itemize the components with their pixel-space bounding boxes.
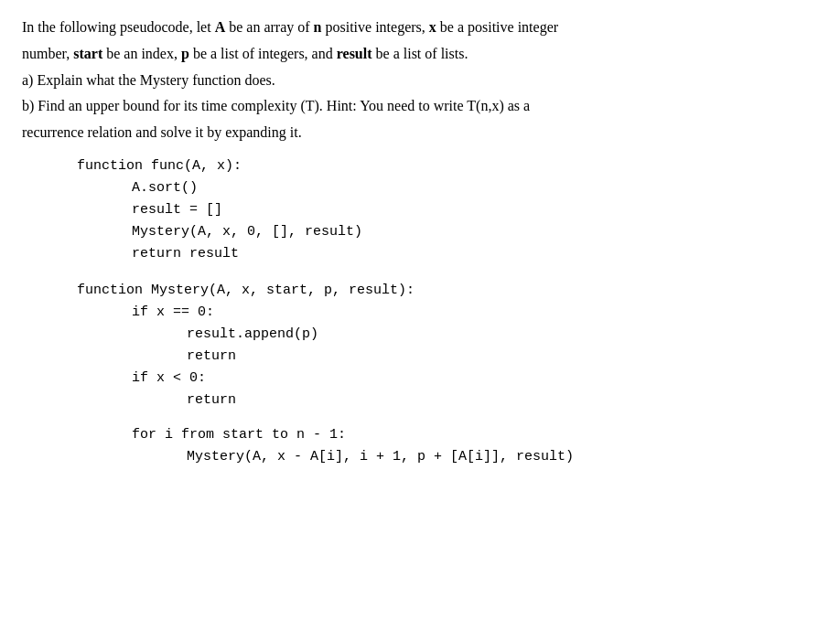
- func-return-line: return result: [22, 243, 818, 265]
- intro-line5: recurrence relation and solve it by expa…: [22, 122, 818, 144]
- mystery-if1-line: if x == 0:: [22, 302, 818, 324]
- page-content: In the following pseudocode, let A be an…: [22, 16, 818, 468]
- code-block: function func(A, x): A.sort() result = […: [22, 155, 818, 468]
- intro-line2: number, start be an index, p be a list o…: [22, 43, 818, 66]
- mystery-for-line: for i from start to n - 1:: [22, 424, 818, 446]
- mystery-if2-line: if x < 0:: [22, 368, 818, 390]
- mystery-if1-body2-line: return: [22, 346, 818, 368]
- intro-line3: a) Explain what the Mystery function doe…: [22, 69, 818, 92]
- func-mystery-call-line: Mystery(A, x, 0, [], result): [22, 221, 818, 243]
- mystery-section: function Mystery(A, x, start, p, result)…: [22, 280, 818, 468]
- mystery-for-body-line: Mystery(A, x - A[i], i + 1, p + [A[i]], …: [22, 446, 818, 468]
- intro-paragraph: In the following pseudocode, let A be an…: [22, 16, 818, 144]
- intro-line4: b) Find an upper bound for its time comp…: [22, 95, 818, 118]
- func-section: function func(A, x): A.sort() result = […: [22, 155, 818, 265]
- intro-line1: In the following pseudocode, let A be an…: [22, 16, 818, 39]
- mystery-if2-body-line: return: [22, 390, 818, 411]
- func-sort-line: A.sort(): [22, 177, 818, 199]
- func-result-line: result = []: [22, 199, 818, 221]
- mystery-if1-body1-line: result.append(p): [22, 324, 818, 346]
- mystery-header-line: function Mystery(A, x, start, p, result)…: [22, 280, 818, 302]
- func-header-line: function func(A, x):: [22, 155, 818, 177]
